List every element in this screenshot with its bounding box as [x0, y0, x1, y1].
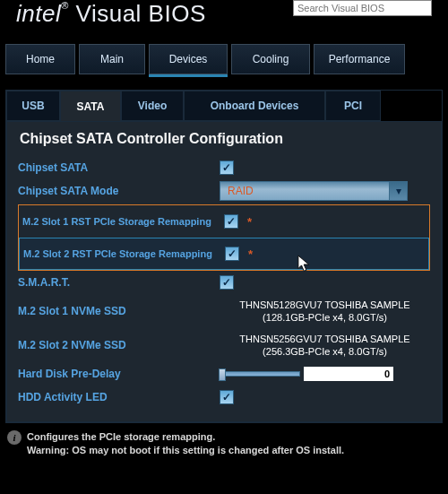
checkbox-remap-slot2[interactable]: ✓: [225, 247, 239, 261]
label-chipset-sata: Chipset SATA: [18, 161, 220, 174]
label-pre-delay: Hard Disk Pre-Delay: [18, 368, 220, 380]
dropdown-sata-mode[interactable]: RAID ▾: [220, 181, 408, 201]
help-footer: i Configures the PCIe storage remapping.…: [0, 423, 448, 464]
changed-indicator-icon: *: [248, 247, 253, 261]
slider-thumb[interactable]: [219, 368, 226, 381]
tab-devices[interactable]: Devices: [149, 44, 228, 74]
checkbox-smart[interactable]: ✓: [220, 275, 234, 290]
slider-pre-delay-value[interactable]: 0: [304, 367, 393, 381]
tab-performance[interactable]: Performance: [314, 44, 405, 74]
search-input[interactable]: [293, 0, 432, 16]
brand-logo: intel® Visual BIOS: [16, 0, 293, 28]
secondary-nav: USB SATA Video Onboard Devices PCI: [6, 91, 442, 121]
chevron-down-icon: ▾: [389, 182, 407, 200]
tab-main[interactable]: Main: [79, 44, 145, 74]
changed-indicator-icon: *: [247, 215, 252, 229]
checkbox-hdd-led[interactable]: ✓: [220, 390, 234, 404]
highlight-group: M.2 Slot 1 RST PCIe Storage Remapping ✓ …: [18, 204, 430, 271]
label-slot1-nvme: M.2 Slot 1 NVMe SSD: [18, 305, 220, 317]
label-sata-mode: Chipset SATA Mode: [18, 185, 220, 197]
tab-cooling[interactable]: Cooling: [231, 44, 310, 74]
checkbox-chipset-sata[interactable]: ✓: [220, 160, 234, 175]
value-slot1-nvme: THNSN5128GVU7 TOSHIBA SAMPLE (128.1GB-PC…: [220, 299, 430, 324]
subtab-sata[interactable]: SATA: [60, 91, 121, 121]
help-text: Configures the PCIe storage remapping. W…: [27, 430, 344, 457]
config-panel: Chipset SATA Controller Configuration Ch…: [6, 121, 442, 422]
primary-nav: Home Main Devices Cooling Performance: [0, 28, 448, 77]
info-icon: i: [7, 430, 22, 445]
dropdown-sata-mode-value: RAID: [220, 185, 389, 197]
checkbox-remap-slot1[interactable]: ✓: [224, 214, 238, 229]
subtab-usb[interactable]: USB: [6, 91, 60, 121]
label-remap-slot2: M.2 Slot 2 RST PCIe Storage Remapping: [23, 248, 225, 260]
label-smart: S.M.A.R.T.: [18, 276, 220, 289]
label-remap-slot1: M.2 Slot 1 RST PCIe Storage Remapping: [22, 216, 224, 228]
label-hdd-led: HDD Activity LED: [18, 391, 220, 403]
tab-home[interactable]: Home: [5, 44, 75, 74]
subtab-onboard-devices[interactable]: Onboard Devices: [184, 91, 325, 121]
label-slot2-nvme: M.2 Slot 2 NVMe SSD: [18, 339, 220, 351]
subtab-video[interactable]: Video: [121, 91, 184, 121]
subtab-pci[interactable]: PCI: [325, 91, 381, 121]
panel-title: Chipset SATA Controller Configuration: [20, 131, 430, 147]
slider-pre-delay[interactable]: [220, 371, 300, 377]
value-slot2-nvme: THNSN5256GVU7 TOSHIBA SAMPLE (256.3GB-PC…: [220, 333, 430, 358]
